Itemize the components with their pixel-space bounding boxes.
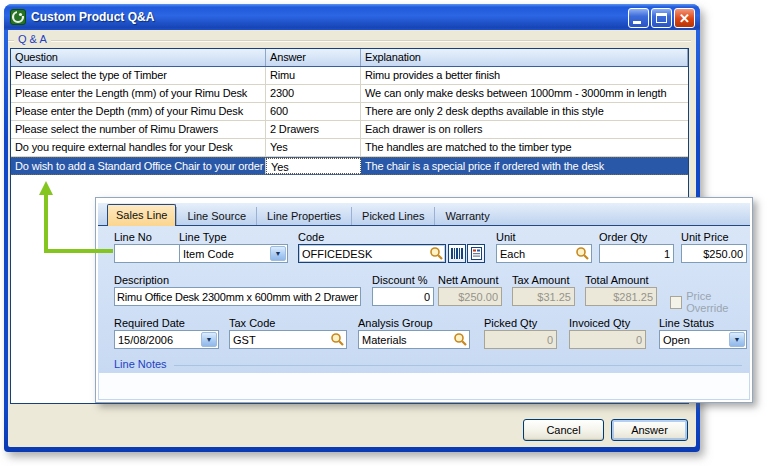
answer-cell[interactable]: Yes [266, 139, 361, 156]
question-cell: Please enter the Length (mm) of your Rim… [11, 85, 266, 102]
cancel-button[interactable]: Cancel [523, 419, 604, 441]
explanation-cell: Rimu provides a better finish [361, 67, 688, 84]
table-row[interactable]: Please select the type of Timber Rimu Ri… [11, 67, 688, 85]
chevron-down-icon[interactable]: ▼ [729, 332, 745, 347]
tax-amount-label: Tax Amount [512, 274, 575, 286]
tab-line-properties[interactable]: Line Properties [256, 207, 351, 225]
line-notes-area[interactable] [99, 373, 749, 399]
invoiced-qty-field: Invoiced Qty [569, 317, 646, 349]
description-input[interactable] [114, 287, 361, 306]
title-bar[interactable]: Custom Product Q&A ✕ [4, 4, 700, 30]
discount-label: Discount % [372, 274, 434, 286]
line-type-value: Item Code [183, 248, 269, 260]
answer-cell-focused[interactable]: Yes [266, 158, 361, 174]
line-type-select[interactable]: Item Code ▼ [179, 244, 288, 263]
nett-amount-field: Nett Amount [438, 274, 502, 306]
unit-field: Unit [496, 231, 592, 263]
required-date-select[interactable]: 15/08/2006 ▼ [114, 330, 219, 349]
column-header-explanation[interactable]: Explanation [361, 49, 688, 66]
order-qty-input[interactable] [599, 244, 674, 263]
bill-of-materials-button[interactable] [467, 244, 485, 263]
tab-line-source[interactable]: Line Source [176, 207, 256, 225]
table-row-selected[interactable]: Do wish to add a Standard Office Chair t… [11, 157, 688, 175]
order-qty-label: Order Qty [599, 231, 674, 243]
total-amount-input [585, 287, 657, 306]
minimize-icon [633, 21, 641, 24]
sales-line-panel: Sales Line Line Source Line Properties P… [95, 197, 753, 403]
answer-cell[interactable]: Rimu [266, 67, 361, 84]
discount-field: Discount % [372, 274, 434, 306]
column-header-answer[interactable]: Answer [266, 49, 361, 66]
picked-qty-label: Picked Qty [484, 317, 557, 329]
picked-qty-input [484, 330, 557, 349]
question-cell: Do you require external handles for your… [11, 139, 266, 156]
price-override-checkbox [670, 296, 682, 309]
nett-amount-input [438, 287, 502, 306]
unit-price-input[interactable] [681, 244, 747, 263]
code-field: Code [298, 231, 446, 263]
unit-price-field: Unit Price [681, 231, 747, 263]
line-status-select[interactable]: Open ▼ [659, 330, 747, 349]
table-row[interactable]: Please enter the Depth (mm) of your Rimu… [11, 103, 688, 121]
tax-amount-input [512, 287, 575, 306]
discount-input[interactable] [372, 287, 434, 306]
tab-strip: Sales Line Line Source Line Properties P… [98, 203, 750, 226]
required-date-label: Required Date [114, 317, 219, 329]
app-logo-icon [10, 9, 26, 25]
analysis-group-field: Analysis Group [358, 317, 470, 349]
barcode-icon [451, 248, 463, 259]
line-status-field: Line Status Open ▼ [659, 317, 747, 349]
question-cell: Do wish to add a Standard Office Chair t… [11, 158, 266, 174]
answer-cell[interactable]: 600 [266, 103, 361, 120]
price-override-field: Price Override [670, 290, 752, 314]
explanation-cell: The handles are matched to the timber ty… [361, 139, 688, 156]
code-input[interactable] [298, 244, 446, 263]
answer-cell[interactable]: 2 Drawers [266, 121, 361, 138]
explanation-cell: The chair is a special price if ordered … [361, 158, 688, 174]
barcode-button[interactable] [448, 244, 466, 263]
invoiced-qty-input [569, 330, 646, 349]
groupbox-rule [8, 40, 691, 41]
search-icon[interactable] [330, 332, 345, 347]
invoiced-qty-label: Invoiced Qty [569, 317, 646, 329]
column-header-question[interactable]: Question [11, 49, 266, 66]
tax-amount-field: Tax Amount [512, 274, 575, 306]
close-button[interactable]: ✕ [674, 8, 695, 28]
line-status-value: Open [663, 334, 728, 346]
chevron-down-icon[interactable]: ▼ [201, 332, 217, 347]
table-row[interactable]: Do you require external handles for your… [11, 139, 688, 157]
maximize-icon [656, 13, 667, 23]
total-amount-label: Total Amount [585, 274, 657, 286]
search-icon[interactable] [429, 246, 444, 261]
tab-picked-lines[interactable]: Picked Lines [351, 207, 434, 225]
line-notes-link[interactable]: Line Notes [114, 358, 167, 370]
table-row[interactable]: Please enter the Length (mm) of your Rim… [11, 85, 688, 103]
nett-amount-label: Nett Amount [438, 274, 502, 286]
answer-cell[interactable]: 2300 [266, 85, 361, 102]
required-date-field: Required Date 15/08/2006 ▼ [114, 317, 219, 349]
total-amount-field: Total Amount [585, 274, 657, 306]
document-icon [471, 247, 482, 260]
order-qty-field: Order Qty [599, 231, 674, 263]
maximize-button[interactable] [651, 8, 672, 28]
tax-code-label: Tax Code [229, 317, 347, 329]
qa-table-header: Question Answer Explanation [11, 49, 688, 67]
line-notes-rule [174, 365, 742, 366]
window-controls: ✕ [628, 8, 695, 28]
price-override-label: Price Override [686, 290, 752, 314]
answer-button[interactable]: Answer [611, 419, 688, 441]
close-icon: ✕ [675, 10, 694, 27]
tab-warranty[interactable]: Warranty [434, 207, 499, 225]
tax-code-field: Tax Code [229, 317, 347, 349]
search-icon[interactable] [453, 332, 468, 347]
unit-label: Unit [496, 231, 592, 243]
explanation-cell: Each drawer is on rollers [361, 121, 688, 138]
chevron-down-icon[interactable]: ▼ [270, 246, 286, 261]
line-type-label: Line Type [179, 231, 288, 243]
minimize-button[interactable] [628, 8, 649, 28]
search-icon[interactable] [575, 246, 590, 261]
description-label: Description [114, 274, 361, 286]
question-cell: Please select the number of Rimu Drawers [11, 121, 266, 138]
table-row[interactable]: Please select the number of Rimu Drawers… [11, 121, 688, 139]
question-cell: Please enter the Depth (mm) of your Rimu… [11, 103, 266, 120]
